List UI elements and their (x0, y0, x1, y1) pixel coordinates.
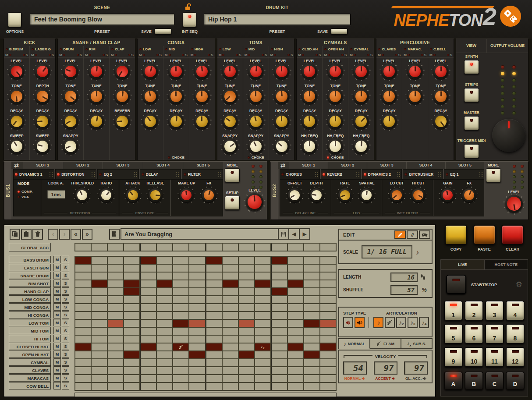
mute-toggle[interactable]: M (270, 53, 277, 57)
step-cell[interactable] (75, 319, 91, 327)
solo-toggle[interactable]: S (262, 53, 267, 57)
step-cell[interactable] (140, 335, 156, 343)
step-cell[interactable] (222, 327, 238, 335)
step-cell[interactable] (140, 359, 156, 367)
decay-knob[interactable] (143, 114, 158, 129)
mute-toggle[interactable]: M (219, 53, 225, 57)
depth-knob[interactable] (310, 188, 323, 202)
step-cell[interactable] (320, 375, 336, 382)
tone-knob[interactable] (302, 89, 317, 104)
step-cell[interactable] (156, 264, 173, 272)
bank-c-button[interactable]: C (485, 372, 504, 390)
step-cell[interactable] (255, 256, 271, 264)
tone-knob[interactable] (408, 89, 422, 104)
pattern-pad-6[interactable]: 6 (465, 324, 483, 344)
paste-pattern-icon[interactable] (21, 229, 32, 240)
step-cell[interactable] (189, 264, 205, 272)
step-cell[interactable] (91, 296, 107, 304)
step-cell[interactable] (107, 280, 124, 288)
step-cell[interactable] (91, 264, 107, 272)
step-cell[interactable] (320, 272, 336, 280)
lock-icon[interactable] (184, 3, 192, 11)
slot-tab-2[interactable]: SLOT 2 (328, 162, 367, 169)
snappy-knob[interactable] (274, 139, 289, 154)
release-knob[interactable] (149, 188, 162, 202)
snappy-knob[interactable] (223, 139, 238, 154)
threshold-knob[interactable] (75, 188, 89, 202)
clear-button[interactable] (501, 225, 524, 245)
accent-cell[interactable] (287, 243, 304, 251)
step-cell[interactable] (255, 280, 271, 288)
bank-d-button[interactable]: D (506, 372, 525, 390)
articulation-flam-button[interactable] (385, 317, 395, 328)
gain-knob[interactable] (441, 188, 454, 202)
track-solo-button[interactable]: S (62, 264, 69, 271)
track-solo-button[interactable]: S (62, 256, 69, 263)
step-cell[interactable] (91, 382, 107, 390)
accent-cell[interactable] (91, 243, 107, 251)
length-display[interactable]: 16 (390, 273, 418, 282)
slot-tab-4[interactable]: SLOT 4 (406, 162, 445, 169)
track-mute-button[interactable]: M (53, 327, 61, 334)
decay-knob[interactable] (354, 114, 369, 129)
track-label-claves[interactable]: CLAVES (9, 366, 51, 374)
step-cell[interactable] (287, 280, 304, 288)
step-cell[interactable] (287, 272, 304, 280)
step-cell[interactable] (124, 335, 140, 343)
step-cell[interactable] (189, 296, 205, 304)
step-cell[interactable] (238, 327, 255, 335)
step-cell[interactable] (238, 351, 255, 359)
fx-module-distortion[interactable]: DISTORTION (55, 169, 96, 179)
track-solo-button[interactable]: S (62, 382, 69, 389)
step-cell[interactable] (287, 264, 304, 272)
step-cell[interactable] (320, 264, 336, 272)
pattern-pad-5[interactable]: 5 (444, 324, 463, 344)
step-cell[interactable] (75, 256, 91, 264)
more-button[interactable] (225, 168, 240, 182)
track-label-rim-shot[interactable]: RIM SHOT (9, 280, 51, 287)
articulation-sub4-button[interactable]: ♪4 (419, 317, 429, 328)
step-cell[interactable] (255, 319, 271, 327)
level-knob[interactable] (195, 64, 209, 79)
loud-step-button[interactable] (355, 317, 365, 328)
track-label-hand-clap[interactable]: HAND CLAP (9, 287, 51, 295)
slot-tab-3[interactable]: SLOT 3 (367, 162, 406, 169)
scale-display[interactable]: 1/ 16 FULL (362, 245, 412, 258)
next-variation-button[interactable]: ▶ (299, 229, 309, 239)
solo-toggle[interactable]: S (77, 53, 82, 57)
step-cell[interactable] (222, 256, 238, 264)
articulation-sub3-button[interactable]: ♪3 (408, 317, 418, 328)
track-mute-button[interactable]: M (53, 256, 61, 263)
step-cell[interactable] (75, 359, 91, 367)
step-cell[interactable] (304, 335, 320, 343)
step-cell[interactable] (75, 272, 91, 280)
step-cell[interactable] (304, 319, 320, 327)
track-solo-button[interactable]: S (62, 366, 69, 374)
hh-freq-knob[interactable] (354, 139, 369, 154)
kit-save-button[interactable] (331, 28, 348, 34)
slot-tab-3[interactable]: SLOT 3 (103, 162, 143, 169)
sweep-knob[interactable] (35, 139, 50, 154)
velocity-normal-display[interactable]: 54 (343, 361, 367, 375)
track-label-snare-drum[interactable]: SNARE DRUM (9, 272, 51, 279)
step-cell[interactable] (107, 272, 124, 280)
step-cell[interactable] (91, 272, 107, 280)
track-solo-button[interactable]: S (62, 327, 69, 334)
view-master-button[interactable] (464, 116, 479, 130)
step-cell[interactable] (189, 319, 205, 327)
pattern-name-field[interactable]: Are You Dragging ◀ ▶ (121, 228, 310, 240)
step-cell[interactable] (173, 312, 189, 319)
step-cell[interactable] (255, 351, 271, 359)
step-cell[interactable] (140, 304, 156, 312)
random-tool-button[interactable] (419, 230, 430, 239)
track-mute-button[interactable]: M (53, 287, 61, 295)
decay-knob[interactable] (433, 114, 448, 129)
track-solo-button[interactable]: S (62, 358, 69, 366)
step-cell[interactable] (173, 367, 189, 375)
step-cell[interactable] (124, 351, 140, 359)
tune-knob[interactable] (195, 89, 209, 104)
step-cell[interactable] (140, 256, 156, 264)
step-cell[interactable] (75, 343, 91, 351)
step-cell[interactable] (271, 280, 287, 288)
track-mute-button[interactable]: M (53, 303, 61, 311)
